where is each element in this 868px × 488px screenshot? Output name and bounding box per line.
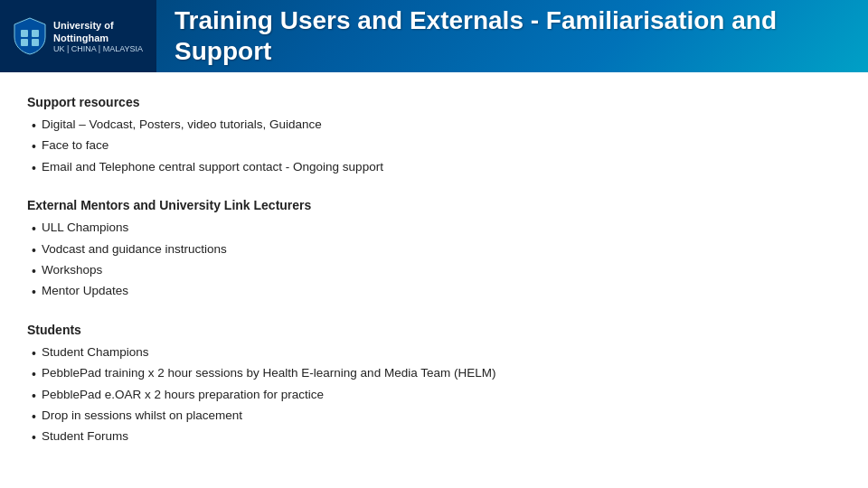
logo-area: University of Nottingham UK | CHINA | MA… bbox=[0, 0, 156, 72]
list-item: PebblePad training x 2 hour sessions by … bbox=[32, 363, 841, 384]
list-item: Face to face bbox=[32, 136, 841, 156]
bullet-list-external-mentors: ULL ChampionsVodcast and guidance instru… bbox=[27, 218, 841, 303]
main-content: Support resourcesDigital – Vodcast, Post… bbox=[0, 72, 868, 488]
section-students: StudentsStudent ChampionsPebblePad train… bbox=[27, 323, 841, 448]
list-item: Mentor Updates bbox=[32, 281, 841, 302]
list-item: Workshops bbox=[32, 260, 841, 281]
list-item: Student Champions bbox=[32, 343, 841, 363]
university-sub: UK | CHINA | MALAYSIA bbox=[53, 44, 143, 53]
logo-inner: University of Nottingham UK | CHINA | MA… bbox=[14, 17, 143, 55]
list-item: Student Forums bbox=[32, 427, 841, 447]
bullet-list-students: Student ChampionsPebblePad training x 2 … bbox=[27, 343, 841, 448]
list-item: ULL Champions bbox=[32, 218, 841, 239]
list-item: Digital – Vodcast, Posters, video tutori… bbox=[32, 115, 841, 136]
title-line2: Support bbox=[175, 37, 271, 65]
svg-rect-3 bbox=[32, 39, 39, 46]
section-support-resources: Support resourcesDigital – Vodcast, Post… bbox=[27, 95, 841, 178]
svg-rect-2 bbox=[21, 39, 28, 46]
university-name2: Nottingham bbox=[53, 32, 143, 44]
page-title: Training Users and Externals - Familiari… bbox=[175, 5, 777, 66]
bullet-list-support-resources: Digital – Vodcast, Posters, video tutori… bbox=[27, 115, 841, 178]
svg-rect-1 bbox=[32, 30, 39, 37]
section-external-mentors: External Mentors and University Link Lec… bbox=[27, 198, 841, 303]
list-item: Drop in sessions whilst on placement bbox=[32, 406, 841, 427]
title-line1: Training Users and Externals - Familiari… bbox=[175, 6, 777, 34]
university-name: University of bbox=[53, 19, 143, 32]
list-item: Email and Telephone central support cont… bbox=[32, 157, 841, 178]
logo-text-block: University of Nottingham UK | CHINA | MA… bbox=[53, 19, 143, 54]
svg-rect-0 bbox=[21, 30, 28, 37]
header-title-area: Training Users and Externals - Familiari… bbox=[156, 0, 868, 72]
list-item: Vodcast and guidance instructions bbox=[32, 239, 841, 260]
header: University of Nottingham UK | CHINA | MA… bbox=[0, 0, 868, 72]
university-shield-icon bbox=[14, 17, 46, 55]
section-title-students: Students bbox=[27, 323, 841, 337]
section-title-support-resources: Support resources bbox=[27, 95, 841, 109]
list-item: PebblePad e.OAR x 2 hours preparation fo… bbox=[32, 385, 841, 406]
section-title-external-mentors: External Mentors and University Link Lec… bbox=[27, 198, 841, 212]
